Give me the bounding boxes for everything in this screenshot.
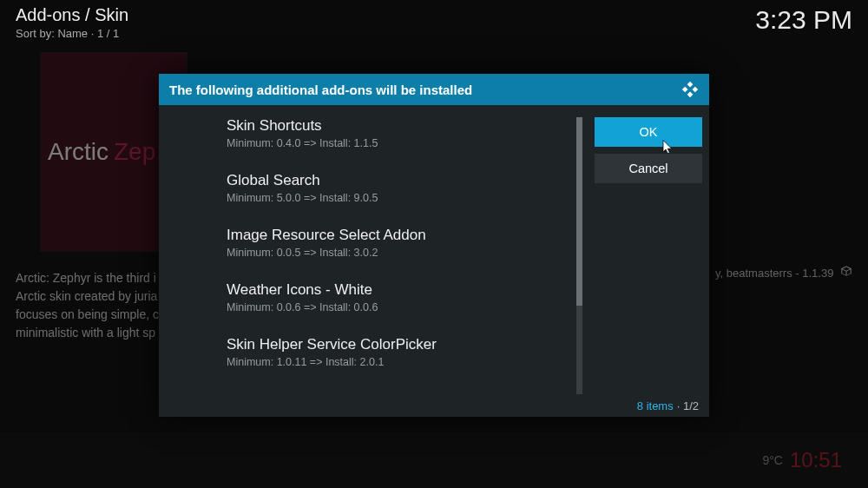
bottom-time: 10:51	[790, 448, 842, 472]
addon-name: Image Resource Select Addon	[227, 227, 570, 244]
kodi-logo-icon	[681, 81, 699, 98]
dialog-header: The following additional add-ons will be…	[159, 74, 709, 105]
cancel-button[interactable]: Cancel	[595, 154, 702, 183]
sort-by-line: Sort by: Name · 1 / 1	[16, 27, 128, 40]
package-icon	[840, 265, 852, 280]
skin-title-word-2: Zep	[114, 138, 155, 166]
addon-name: Skin Shortcuts	[227, 117, 570, 135]
list-item[interactable]: Skin Helper Service ColorPicker Minimum:…	[227, 336, 570, 368]
list-item[interactable]: Skin Shortcuts Minimum: 0.4.0 => Install…	[227, 117, 570, 149]
addon-version-info: Minimum: 1.0.11 => Install: 2.0.1	[227, 356, 570, 368]
bottom-status-bar: 9°C 10:51	[0, 432, 868, 488]
scroll-thumb[interactable]	[576, 117, 582, 306]
scrollbar[interactable]	[576, 117, 582, 394]
addon-version-info: Minimum: 0.0.5 => Install: 3.0.2	[227, 247, 570, 259]
ok-button[interactable]: OK	[595, 117, 702, 147]
breadcrumb: Add-ons / Skin	[16, 5, 128, 25]
page-indicator: · 1/2	[677, 399, 699, 412]
addon-name: Weather Icons - White	[227, 281, 570, 299]
list-item[interactable]: Weather Icons - White Minimum: 0.0.6 => …	[227, 281, 570, 313]
skin-title-word-1: Arctic	[48, 138, 108, 166]
dialog-title: The following additional add-ons will be…	[169, 82, 472, 97]
addon-list: Skin Shortcuts Minimum: 0.4.0 => Install…	[159, 105, 588, 394]
addon-name: Global Search	[227, 172, 570, 189]
addon-version-info: Minimum: 0.4.0 => Install: 1.1.5	[227, 137, 570, 149]
items-count: 8 items	[637, 399, 674, 412]
addon-version-info: Minimum: 5.0.0 => Install: 9.0.5	[227, 192, 570, 204]
install-dependencies-dialog: The following additional add-ons will be…	[159, 74, 709, 417]
skin-version-meta: y, beatmasterrs - 1.1.39	[715, 265, 852, 280]
addon-name: Skin Helper Service ColorPicker	[227, 336, 570, 353]
dialog-footer: 8 items · 1/2	[159, 394, 709, 417]
addon-version-info: Minimum: 0.0.6 => Install: 0.0.6	[227, 301, 570, 313]
clock: 3:23 PM	[755, 5, 852, 35]
list-item[interactable]: Image Resource Select Addon Minimum: 0.0…	[227, 227, 570, 259]
list-item[interactable]: Global Search Minimum: 5.0.0 => Install:…	[227, 172, 570, 204]
weather-temp: 9°C	[762, 453, 783, 467]
